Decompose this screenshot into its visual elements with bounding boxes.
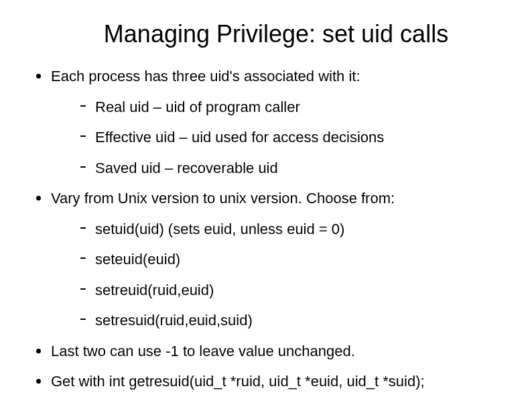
sub-list-item: Effective uid – uid used for access deci… xyxy=(78,128,505,147)
sub-list-item: Saved uid – recoverable uid xyxy=(78,159,505,178)
bullet-list: Each process has three uid's associated … xyxy=(27,67,505,391)
list-item: Get with int getresuid(uid_t *ruid, uid_… xyxy=(34,372,505,391)
list-item-text: Vary from Unix version to unix version. … xyxy=(51,190,395,207)
list-item-text: Each process has three uid's associated … xyxy=(51,68,360,84)
slide-title: Managing Privilege: set uid calls xyxy=(27,20,505,48)
list-item-text: Last two can use -1 to leave value uncha… xyxy=(51,343,355,359)
list-item: Each process has three uid's associated … xyxy=(34,67,505,177)
sub-list: Real uid – uid of program caller Effecti… xyxy=(51,98,505,178)
sub-list-item: setuid(uid) (sets euid, unless euid = 0) xyxy=(78,220,505,239)
slide: Managing Privilege: set uid calls Each p… xyxy=(0,0,532,399)
list-item: Vary from Unix version to unix version. … xyxy=(34,189,505,330)
sub-list-item: setreuid(ruid,euid) xyxy=(78,281,505,300)
sub-list: setuid(uid) (sets euid, unless euid = 0)… xyxy=(51,220,505,330)
sub-list-item: setresuid(ruid,euid,suid) xyxy=(78,311,505,330)
list-item-text: Get with int getresuid(uid_t *ruid, uid_… xyxy=(51,373,425,390)
sub-list-item: Real uid – uid of program caller xyxy=(78,98,505,117)
list-item: Last two can use -1 to leave value uncha… xyxy=(34,342,505,361)
sub-list-item: seteuid(euid) xyxy=(78,250,505,269)
